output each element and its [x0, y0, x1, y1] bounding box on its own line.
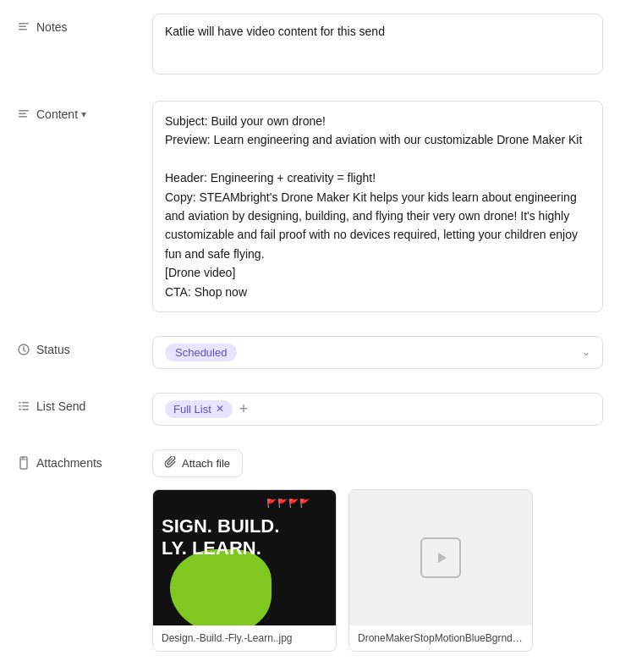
content-line-3: Header: Engineering + creativity = fligh… [165, 168, 590, 187]
content-line-1: Subject: Build your own drone! [165, 112, 590, 130]
content-label-text[interactable]: Content ▾ [36, 107, 86, 121]
list-send-label: List Send [17, 393, 152, 413]
content-label: Content ▾ [17, 101, 152, 121]
content-body: Subject: Build your own drone! Preview: … [152, 101, 603, 312]
attachments-content: Attach file SIGN. BUILD. LY. LEARN. [152, 449, 603, 652]
dropdown-arrow-icon: ⌄ [582, 346, 590, 358]
status-label-text: Status [36, 343, 70, 356]
list-send-label-text: List Send [36, 399, 85, 413]
status-badge: Scheduled [165, 344, 237, 361]
attachment-thumbnail-image: SIGN. BUILD. LY. LEARN. 🚩🚩🚩🚩 [153, 490, 336, 625]
notes-content: Katlie will have video content for this … [152, 14, 603, 77]
content-icon [17, 107, 30, 121]
notes-label-text: Notes [36, 20, 68, 34]
content-chevron-icon: ▾ [81, 108, 86, 120]
attachment-filename-image: Design.-Build.-Fly.-Learn..jpg [153, 625, 336, 651]
attachment-card-video[interactable]: DroneMakerStopMotionBlueBgrnd-V... [348, 489, 533, 652]
list-send-icon [17, 399, 30, 413]
status-row: Status Scheduled ⌄ [17, 336, 603, 369]
content-textbox: Subject: Build your own drone! Preview: … [152, 101, 603, 312]
svg-marker-14 [438, 553, 447, 563]
list-send-content: Full List ✕ + [152, 393, 603, 426]
attachments-label-text: Attachments [36, 456, 102, 470]
svg-rect-11 [19, 409, 21, 410]
svg-rect-5 [19, 116, 27, 118]
drone-text-graphic: SIGN. BUILD. LY. LEARN. [162, 515, 279, 560]
svg-rect-12 [22, 409, 29, 410]
svg-rect-4 [19, 113, 26, 115]
attachment-thumbnail-video [349, 490, 532, 625]
drone-lines-graphic: 🚩🚩🚩🚩 [266, 498, 310, 508]
content-line-2: Preview: Learn engineering and aviation … [165, 130, 590, 149]
svg-rect-10 [22, 405, 29, 407]
attach-file-label: Attach file [182, 457, 230, 470]
form-container: Notes Katlie will have video content for… [0, 0, 620, 672]
add-list-button[interactable]: + [239, 401, 249, 416]
content-line-4: Copy: STEAMbright's Drone Maker Kit help… [165, 188, 590, 264]
status-dropdown[interactable]: Scheduled ⌄ [152, 336, 603, 369]
green-blob [170, 549, 272, 625]
list-send-box: Full List ✕ + [152, 393, 603, 426]
status-icon [17, 343, 30, 356]
full-list-tag: Full List ✕ [165, 400, 233, 418]
list-send-row: List Send Full List ✕ + [17, 393, 603, 426]
notes-label: Notes [17, 14, 152, 34]
attachment-card-image[interactable]: SIGN. BUILD. LY. LEARN. 🚩🚩🚩🚩 Design.-Bui… [152, 489, 337, 652]
svg-rect-9 [19, 405, 21, 407]
attachments-grid: SIGN. BUILD. LY. LEARN. 🚩🚩🚩🚩 Design.-Bui… [152, 489, 603, 652]
play-icon [420, 537, 461, 578]
attachments-row: Attachments Attach file [17, 449, 603, 652]
attachment-filename-video: DroneMakerStopMotionBlueBgrnd-V... [349, 625, 532, 651]
content-line-6: CTA: Shop now [165, 283, 590, 301]
svg-rect-0 [19, 23, 29, 25]
svg-rect-3 [19, 110, 29, 112]
content-row: Content ▾ Subject: Build your own drone!… [17, 101, 603, 312]
svg-rect-1 [19, 26, 26, 28]
status-content: Scheduled ⌄ [152, 336, 603, 369]
tag-close-icon[interactable]: ✕ [216, 403, 224, 415]
svg-rect-7 [19, 402, 21, 404]
status-label: Status [17, 336, 152, 356]
attachments-label: Attachments [17, 449, 152, 470]
notes-textarea[interactable]: Katlie will have video content for this … [152, 14, 603, 74]
svg-rect-8 [22, 402, 29, 404]
attachments-icon [17, 456, 30, 470]
notes-row: Notes Katlie will have video content for… [17, 14, 603, 77]
attach-file-button[interactable]: Attach file [152, 449, 243, 477]
content-line-5: [Drone video] [165, 263, 590, 282]
svg-rect-2 [19, 29, 27, 30]
drone-image-graphic: SIGN. BUILD. LY. LEARN. 🚩🚩🚩🚩 [153, 490, 336, 625]
paperclip-icon [165, 456, 177, 471]
notes-icon [17, 20, 30, 34]
